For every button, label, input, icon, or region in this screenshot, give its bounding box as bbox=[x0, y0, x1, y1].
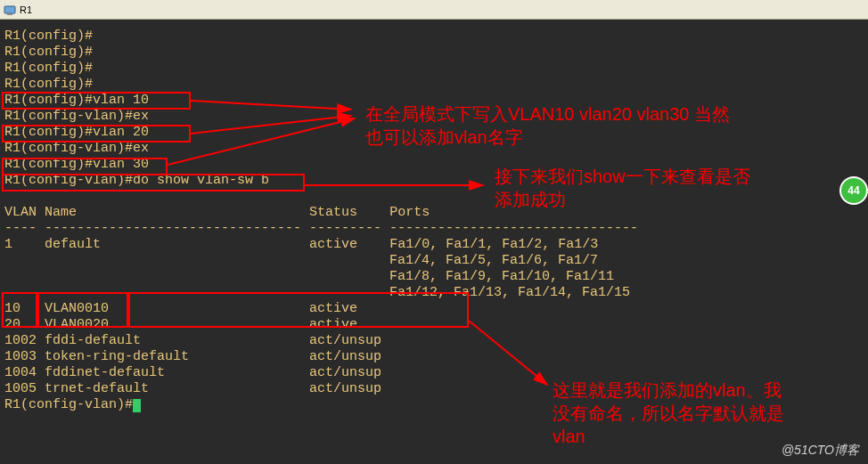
table-sep: ---- -------------------------------- --… bbox=[4, 221, 864, 237]
prompt-line: R1(config)# bbox=[4, 77, 864, 93]
table-row: 1005 trnet-default act/unsup bbox=[4, 381, 864, 397]
table-row: 10 VLAN0010 active bbox=[4, 301, 864, 317]
svg-rect-0 bbox=[4, 6, 15, 13]
app-icon bbox=[4, 4, 16, 16]
cmd-ex: R1(config-vlan)#ex bbox=[4, 109, 864, 125]
table-header: VLAN Name Status Ports bbox=[4, 205, 864, 221]
blank-line bbox=[4, 189, 864, 205]
notification-badge[interactable]: 44 bbox=[841, 178, 866, 203]
prompt-line: R1(config)# bbox=[4, 45, 864, 61]
table-row: Fa1/8, Fa1/9, Fa1/10, Fa1/11 bbox=[4, 269, 864, 285]
terminal-area[interactable]: R1(config)# R1(config)# R1(config)# R1(c… bbox=[0, 20, 868, 418]
cmd-vlan20: R1(config)#vlan 20 bbox=[4, 125, 864, 141]
table-row: 1003 token-ring-default act/unsup bbox=[4, 349, 864, 365]
cmd-do-show: R1(config-vlan)#do show vlan-sw b bbox=[4, 173, 864, 189]
prompt-line: R1(config)# bbox=[4, 28, 864, 45]
table-row: Fa1/4, Fa1/5, Fa1/6, Fa1/7 bbox=[4, 253, 864, 269]
badge-count: 44 bbox=[848, 184, 859, 197]
cursor-icon bbox=[133, 399, 141, 412]
cmd-vlan30: R1(config)#vlan 30 bbox=[4, 157, 864, 173]
cmd-ex: R1(config-vlan)#ex bbox=[4, 141, 864, 157]
watermark: @51CTO博客 bbox=[782, 443, 859, 459]
prompt-line: R1(config)# bbox=[4, 61, 864, 77]
cmd-vlan10: R1(config)#vlan 10 bbox=[4, 93, 864, 109]
prompt-line-active: R1(config-vlan)# bbox=[4, 397, 864, 413]
table-row: 1002 fddi-default act/unsup bbox=[4, 333, 864, 349]
table-row: 1004 fddinet-default act/unsup bbox=[4, 365, 864, 381]
table-row: 1 default active Fa1/0, Fa1/1, Fa1/2, Fa… bbox=[4, 237, 864, 253]
window-title-bar[interactable]: R1 bbox=[0, 0, 868, 20]
table-row: Fa1/12, Fa1/13, Fa1/14, Fa1/15 bbox=[4, 285, 864, 301]
svg-rect-1 bbox=[7, 13, 12, 15]
table-row: 20 VLAN0020 active bbox=[4, 317, 864, 333]
window-title: R1 bbox=[20, 4, 32, 15]
